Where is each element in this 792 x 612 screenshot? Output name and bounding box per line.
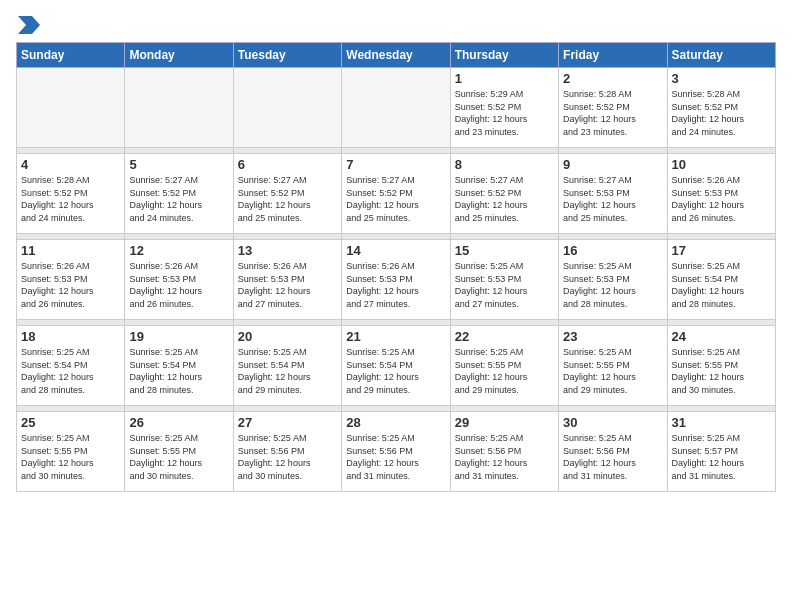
calendar-day-cell: 23Sunrise: 5:25 AM Sunset: 5:55 PM Dayli… (559, 326, 667, 406)
day-info: Sunrise: 5:25 AM Sunset: 5:55 PM Dayligh… (21, 432, 120, 482)
day-info: Sunrise: 5:25 AM Sunset: 5:53 PM Dayligh… (563, 260, 662, 310)
calendar-day-cell: 21Sunrise: 5:25 AM Sunset: 5:54 PM Dayli… (342, 326, 450, 406)
calendar-day-cell: 17Sunrise: 5:25 AM Sunset: 5:54 PM Dayli… (667, 240, 775, 320)
day-info: Sunrise: 5:26 AM Sunset: 5:53 PM Dayligh… (129, 260, 228, 310)
calendar-week-row: 1Sunrise: 5:29 AM Sunset: 5:52 PM Daylig… (17, 68, 776, 148)
day-info: Sunrise: 5:28 AM Sunset: 5:52 PM Dayligh… (563, 88, 662, 138)
day-info: Sunrise: 5:26 AM Sunset: 5:53 PM Dayligh… (672, 174, 771, 224)
day-number: 6 (238, 157, 337, 172)
day-number: 11 (21, 243, 120, 258)
calendar-week-row: 4Sunrise: 5:28 AM Sunset: 5:52 PM Daylig… (17, 154, 776, 234)
weekday-header-sunday: Sunday (17, 43, 125, 68)
day-number: 26 (129, 415, 228, 430)
day-info: Sunrise: 5:25 AM Sunset: 5:54 PM Dayligh… (129, 346, 228, 396)
calendar-day-cell: 10Sunrise: 5:26 AM Sunset: 5:53 PM Dayli… (667, 154, 775, 234)
calendar-day-cell: 7Sunrise: 5:27 AM Sunset: 5:52 PM Daylig… (342, 154, 450, 234)
day-number: 13 (238, 243, 337, 258)
day-number: 7 (346, 157, 445, 172)
calendar-day-cell: 29Sunrise: 5:25 AM Sunset: 5:56 PM Dayli… (450, 412, 558, 492)
calendar-day-cell: 14Sunrise: 5:26 AM Sunset: 5:53 PM Dayli… (342, 240, 450, 320)
day-number: 22 (455, 329, 554, 344)
calendar-day-cell (125, 68, 233, 148)
calendar-day-cell (233, 68, 341, 148)
day-number: 21 (346, 329, 445, 344)
calendar-header-row: SundayMondayTuesdayWednesdayThursdayFrid… (17, 43, 776, 68)
calendar-day-cell: 15Sunrise: 5:25 AM Sunset: 5:53 PM Dayli… (450, 240, 558, 320)
day-number: 10 (672, 157, 771, 172)
weekday-header-thursday: Thursday (450, 43, 558, 68)
day-info: Sunrise: 5:25 AM Sunset: 5:56 PM Dayligh… (346, 432, 445, 482)
day-info: Sunrise: 5:27 AM Sunset: 5:53 PM Dayligh… (563, 174, 662, 224)
day-info: Sunrise: 5:26 AM Sunset: 5:53 PM Dayligh… (238, 260, 337, 310)
day-info: Sunrise: 5:29 AM Sunset: 5:52 PM Dayligh… (455, 88, 554, 138)
calendar-day-cell (342, 68, 450, 148)
day-info: Sunrise: 5:28 AM Sunset: 5:52 PM Dayligh… (21, 174, 120, 224)
day-info: Sunrise: 5:25 AM Sunset: 5:54 PM Dayligh… (21, 346, 120, 396)
day-info: Sunrise: 5:27 AM Sunset: 5:52 PM Dayligh… (346, 174, 445, 224)
calendar-day-cell: 25Sunrise: 5:25 AM Sunset: 5:55 PM Dayli… (17, 412, 125, 492)
svg-marker-0 (18, 16, 40, 34)
day-number: 12 (129, 243, 228, 258)
weekday-header-monday: Monday (125, 43, 233, 68)
day-info: Sunrise: 5:27 AM Sunset: 5:52 PM Dayligh… (129, 174, 228, 224)
weekday-header-wednesday: Wednesday (342, 43, 450, 68)
day-number: 16 (563, 243, 662, 258)
day-number: 8 (455, 157, 554, 172)
weekday-header-tuesday: Tuesday (233, 43, 341, 68)
calendar-day-cell: 31Sunrise: 5:25 AM Sunset: 5:57 PM Dayli… (667, 412, 775, 492)
day-number: 23 (563, 329, 662, 344)
day-number: 2 (563, 71, 662, 86)
day-number: 9 (563, 157, 662, 172)
day-number: 28 (346, 415, 445, 430)
day-info: Sunrise: 5:25 AM Sunset: 5:56 PM Dayligh… (563, 432, 662, 482)
calendar-day-cell: 19Sunrise: 5:25 AM Sunset: 5:54 PM Dayli… (125, 326, 233, 406)
day-number: 19 (129, 329, 228, 344)
day-info: Sunrise: 5:25 AM Sunset: 5:57 PM Dayligh… (672, 432, 771, 482)
weekday-header-saturday: Saturday (667, 43, 775, 68)
calendar-day-cell: 24Sunrise: 5:25 AM Sunset: 5:55 PM Dayli… (667, 326, 775, 406)
weekday-header-friday: Friday (559, 43, 667, 68)
day-number: 31 (672, 415, 771, 430)
calendar-day-cell: 28Sunrise: 5:25 AM Sunset: 5:56 PM Dayli… (342, 412, 450, 492)
calendar-day-cell: 11Sunrise: 5:26 AM Sunset: 5:53 PM Dayli… (17, 240, 125, 320)
day-number: 15 (455, 243, 554, 258)
day-info: Sunrise: 5:25 AM Sunset: 5:55 PM Dayligh… (672, 346, 771, 396)
calendar-day-cell: 1Sunrise: 5:29 AM Sunset: 5:52 PM Daylig… (450, 68, 558, 148)
day-number: 4 (21, 157, 120, 172)
day-number: 27 (238, 415, 337, 430)
day-info: Sunrise: 5:26 AM Sunset: 5:53 PM Dayligh… (346, 260, 445, 310)
logo (16, 16, 40, 34)
day-info: Sunrise: 5:26 AM Sunset: 5:53 PM Dayligh… (21, 260, 120, 310)
day-info: Sunrise: 5:28 AM Sunset: 5:52 PM Dayligh… (672, 88, 771, 138)
calendar-day-cell: 18Sunrise: 5:25 AM Sunset: 5:54 PM Dayli… (17, 326, 125, 406)
day-number: 5 (129, 157, 228, 172)
day-info: Sunrise: 5:25 AM Sunset: 5:55 PM Dayligh… (129, 432, 228, 482)
day-number: 24 (672, 329, 771, 344)
calendar-day-cell (17, 68, 125, 148)
day-number: 17 (672, 243, 771, 258)
calendar-day-cell: 3Sunrise: 5:28 AM Sunset: 5:52 PM Daylig… (667, 68, 775, 148)
calendar-day-cell: 22Sunrise: 5:25 AM Sunset: 5:55 PM Dayli… (450, 326, 558, 406)
calendar-week-row: 11Sunrise: 5:26 AM Sunset: 5:53 PM Dayli… (17, 240, 776, 320)
day-info: Sunrise: 5:25 AM Sunset: 5:56 PM Dayligh… (455, 432, 554, 482)
calendar-day-cell: 20Sunrise: 5:25 AM Sunset: 5:54 PM Dayli… (233, 326, 341, 406)
calendar-day-cell: 13Sunrise: 5:26 AM Sunset: 5:53 PM Dayli… (233, 240, 341, 320)
day-number: 14 (346, 243, 445, 258)
day-info: Sunrise: 5:27 AM Sunset: 5:52 PM Dayligh… (455, 174, 554, 224)
calendar-day-cell: 2Sunrise: 5:28 AM Sunset: 5:52 PM Daylig… (559, 68, 667, 148)
day-info: Sunrise: 5:25 AM Sunset: 5:54 PM Dayligh… (346, 346, 445, 396)
calendar-day-cell: 5Sunrise: 5:27 AM Sunset: 5:52 PM Daylig… (125, 154, 233, 234)
day-number: 29 (455, 415, 554, 430)
calendar-day-cell: 27Sunrise: 5:25 AM Sunset: 5:56 PM Dayli… (233, 412, 341, 492)
day-number: 25 (21, 415, 120, 430)
day-number: 20 (238, 329, 337, 344)
calendar-day-cell: 12Sunrise: 5:26 AM Sunset: 5:53 PM Dayli… (125, 240, 233, 320)
page-header (16, 16, 776, 34)
calendar-day-cell: 9Sunrise: 5:27 AM Sunset: 5:53 PM Daylig… (559, 154, 667, 234)
day-info: Sunrise: 5:25 AM Sunset: 5:56 PM Dayligh… (238, 432, 337, 482)
calendar-day-cell: 30Sunrise: 5:25 AM Sunset: 5:56 PM Dayli… (559, 412, 667, 492)
calendar-day-cell: 26Sunrise: 5:25 AM Sunset: 5:55 PM Dayli… (125, 412, 233, 492)
logo-arrow-icon (18, 16, 40, 34)
day-info: Sunrise: 5:25 AM Sunset: 5:54 PM Dayligh… (672, 260, 771, 310)
calendar-day-cell: 6Sunrise: 5:27 AM Sunset: 5:52 PM Daylig… (233, 154, 341, 234)
